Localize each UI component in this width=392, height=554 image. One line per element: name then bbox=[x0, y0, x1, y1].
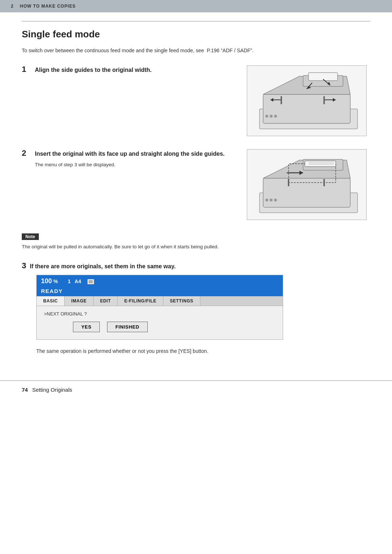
svg-point-12 bbox=[270, 115, 273, 118]
svg-rect-10 bbox=[323, 96, 325, 104]
step-2-illustration bbox=[247, 149, 370, 220]
svg-point-30 bbox=[274, 199, 277, 201]
step-1: 1 Align the side guides to the original … bbox=[22, 65, 370, 136]
svg-point-11 bbox=[265, 115, 268, 118]
ui-status-bar: 100 % 1 A4 bbox=[37, 275, 283, 287]
ui-screen: 100 % 1 A4 READY BASIC IMAGE bbox=[36, 275, 283, 340]
footer: 74 Setting Originals bbox=[0, 381, 392, 399]
ui-percent: 100 bbox=[41, 277, 52, 285]
svg-point-13 bbox=[274, 115, 277, 118]
step-1-illustration bbox=[247, 65, 370, 136]
ui-tab-edit[interactable]: EDIT bbox=[94, 296, 118, 306]
step-1-title: Align the side guides to the original wi… bbox=[35, 66, 152, 74]
note-text: The original will be pulled in automatic… bbox=[22, 243, 370, 251]
svg-rect-27 bbox=[323, 179, 325, 186]
page-title: Single feed mode bbox=[22, 29, 370, 40]
svg-rect-23 bbox=[305, 161, 336, 167]
main-content: Single feed mode To switch over between … bbox=[0, 21, 392, 380]
ui-yes-button[interactable]: YES bbox=[73, 322, 100, 332]
svg-point-28 bbox=[265, 199, 268, 201]
ui-buttons: YES FINISHED bbox=[73, 322, 275, 332]
ui-tab-image-label: IMAGE bbox=[71, 298, 86, 304]
step-3-number: 3 bbox=[22, 261, 26, 270]
svg-point-29 bbox=[270, 199, 273, 201]
intro-text: To switch over between the continuous fe… bbox=[22, 46, 370, 54]
header-chapter: 2 bbox=[11, 4, 14, 9]
paper-icon bbox=[87, 279, 94, 284]
ui-tab-efiling[interactable]: E-FILING/FILE bbox=[118, 296, 163, 306]
ui-ready-text: READY bbox=[41, 288, 63, 294]
step-2-left: 2 Insert the original with its face up a… bbox=[22, 149, 247, 168]
step-1-image bbox=[247, 65, 367, 136]
scanner-illustration-2 bbox=[252, 153, 361, 216]
svg-rect-9 bbox=[281, 96, 282, 104]
ui-tab-settings-label: SETTINGS bbox=[170, 298, 193, 304]
step-3-title: If there are more originals, set them in… bbox=[30, 263, 176, 270]
step-1-number: 1 bbox=[22, 65, 32, 73]
svg-rect-1 bbox=[263, 94, 350, 123]
note-box: Note The original will be pulled in auto… bbox=[22, 233, 370, 251]
note-label: Note bbox=[22, 233, 39, 240]
step-2: 2 Insert the original with its face up a… bbox=[22, 149, 370, 220]
ui-prompt: >NEXT ORIGINAL ? bbox=[44, 311, 275, 317]
ui-tab-basic[interactable]: BASIC bbox=[37, 296, 65, 306]
ui-percent-symbol: % bbox=[53, 278, 58, 284]
step-2-subtext: The menu of step 3 will be displayed. bbox=[35, 161, 225, 168]
scanner-illustration-1 bbox=[252, 69, 361, 133]
header-title: HOW TO MAKE COPIES bbox=[20, 4, 76, 9]
header-bar: 2 HOW TO MAKE COPIES bbox=[0, 0, 392, 12]
ui-tab-edit-label: EDIT bbox=[100, 298, 111, 304]
ui-body: >NEXT ORIGINAL ? YES FINISHED bbox=[37, 306, 283, 339]
ui-tab-image[interactable]: IMAGE bbox=[65, 296, 93, 306]
ui-tabs: BASIC IMAGE EDIT E-FILING/FILE SETTINGS bbox=[37, 296, 283, 306]
footer-page-number: 74 bbox=[22, 387, 28, 393]
ui-tab-efiling-label: E-FILING/FILE bbox=[124, 298, 156, 304]
step-3-container: 3 If there are more originals, set them … bbox=[22, 261, 370, 340]
after-screen-text: The same operation is performed whether … bbox=[36, 347, 370, 355]
ui-tab-basic-label: BASIC bbox=[43, 298, 58, 304]
ui-paper-size: A4 bbox=[75, 278, 81, 284]
step-2-image bbox=[247, 149, 367, 220]
step-1-left: 1 Align the side guides to the original … bbox=[22, 65, 247, 77]
footer-text: Setting Originals bbox=[32, 387, 72, 393]
ui-finished-button[interactable]: FINISHED bbox=[107, 322, 148, 332]
step-2-title: Insert the original with its face up and… bbox=[35, 150, 225, 158]
step-3-header: 3 If there are more originals, set them … bbox=[22, 261, 370, 270]
ui-tab-settings[interactable]: SETTINGS bbox=[163, 296, 200, 306]
ui-copies: 1 bbox=[68, 278, 71, 284]
step-2-number: 2 bbox=[22, 149, 32, 157]
svg-rect-26 bbox=[288, 179, 289, 186]
ui-ready-status: READY bbox=[37, 287, 283, 296]
